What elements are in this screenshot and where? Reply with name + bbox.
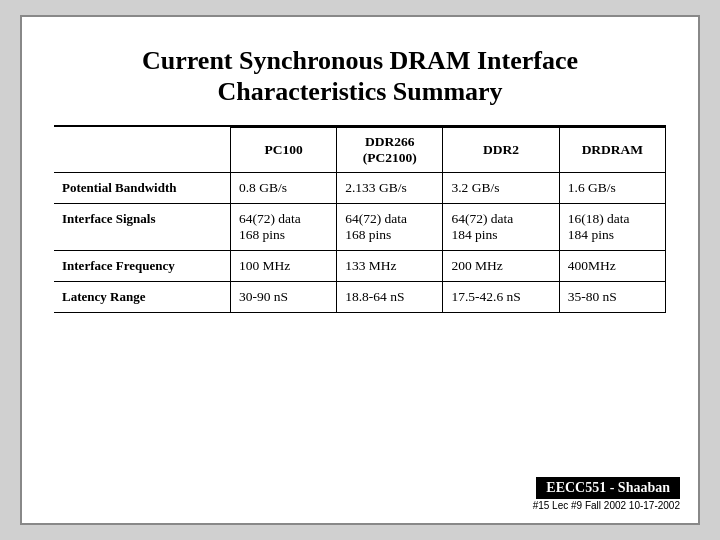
slide-footer: EECC551 - Shaaban #15 Lec #9 Fall 2002 1… [533, 477, 680, 511]
footer-brand: EECC551 - Shaaban [536, 477, 680, 499]
row-label-bandwidth: Potential Bandwidth [54, 173, 230, 204]
row-label-signals: Interface Signals [54, 204, 230, 251]
cell-frequency-drdram: 400MHz [559, 251, 665, 282]
cell-bandwidth-ddr266: 2.133 GB/s [337, 173, 443, 204]
cell-latency-pc100: 30-90 nS [230, 282, 336, 313]
cell-signals-ddr266: 64(72) data168 pins [337, 204, 443, 251]
row-label-latency: Latency Range [54, 282, 230, 313]
cell-latency-ddr2: 17.5-42.6 nS [443, 282, 559, 313]
col-header-drdram: DRDRAM [559, 128, 665, 173]
cell-bandwidth-pc100: 0.8 GB/s [230, 173, 336, 204]
col-header-empty [54, 128, 230, 173]
slide-title: Current Synchronous DRAM Interface Chara… [54, 45, 666, 107]
cell-frequency-ddr266: 133 MHz [337, 251, 443, 282]
cell-frequency-pc100: 100 MHz [230, 251, 336, 282]
cell-bandwidth-drdram: 1.6 GB/s [559, 173, 665, 204]
row-label-frequency: Interface Frequency [54, 251, 230, 282]
cell-signals-pc100: 64(72) data168 pins [230, 204, 336, 251]
cell-latency-drdram: 35-80 nS [559, 282, 665, 313]
table-row: Latency Range 30-90 nS 18.8-64 nS 17.5-4… [54, 282, 666, 313]
col-header-pc100: PC100 [230, 128, 336, 173]
table-header-row: PC100 DDR266(PC2100) DDR2 DRDRAM [54, 128, 666, 173]
cell-latency-ddr266: 18.8-64 nS [337, 282, 443, 313]
cell-signals-ddr2: 64(72) data184 pins [443, 204, 559, 251]
slide: Current Synchronous DRAM Interface Chara… [20, 15, 700, 525]
cell-bandwidth-ddr2: 3.2 GB/s [443, 173, 559, 204]
characteristics-table: PC100 DDR266(PC2100) DDR2 DRDRAM Potenti… [54, 127, 666, 313]
cell-signals-drdram: 16(18) data184 pins [559, 204, 665, 251]
table-row: Interface Signals 64(72) data168 pins 64… [54, 204, 666, 251]
col-header-ddr266: DDR266(PC2100) [337, 128, 443, 173]
footer-sub: #15 Lec #9 Fall 2002 10-17-2002 [533, 500, 680, 511]
table-row: Interface Frequency 100 MHz 133 MHz 200 … [54, 251, 666, 282]
cell-frequency-ddr2: 200 MHz [443, 251, 559, 282]
table-row: Potential Bandwidth 0.8 GB/s 2.133 GB/s … [54, 173, 666, 204]
col-header-ddr2: DDR2 [443, 128, 559, 173]
